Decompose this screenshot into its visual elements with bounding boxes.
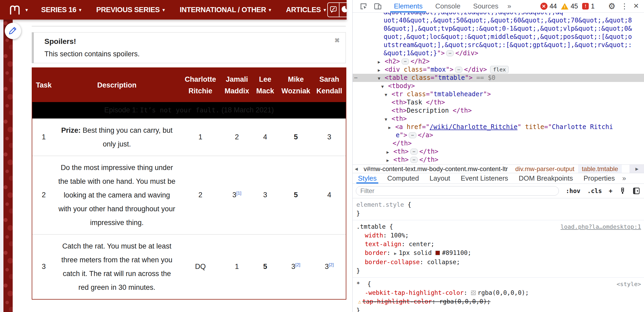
code-token: <tr: [392, 90, 407, 98]
css-property[interactable]: text-align: center;: [356, 240, 641, 249]
color-swatch[interactable]: [435, 251, 440, 255]
more-sidebar-tabs-icon[interactable]: »: [620, 174, 628, 182]
dom-node[interactable]: quot;,&quot;loc&quot;:&quot;middle&quot;…: [353, 33, 644, 41]
rule-selector[interactable]: element.style {: [356, 200, 641, 209]
dom-node-selected[interactable]: ⋯▼<table class="tmtable"> == $0: [353, 74, 644, 82]
sidebar-tab-layout[interactable]: Layout: [424, 173, 456, 183]
discuss-button[interactable]: [328, 3, 339, 17]
breadcrumb-item[interactable]: v#mw-content-text.mw-body-content.mw-con…: [360, 165, 512, 173]
dom-node[interactable]: ▼<tr class="tmtableheader">: [353, 90, 644, 98]
node-options-icon[interactable]: ⋯: [354, 74, 357, 82]
twisty-arrow-icon[interactable]: ▶: [378, 66, 385, 74]
sidebar-tab-styles[interactable]: Styles: [353, 173, 382, 183]
code-token: </th>: [419, 148, 438, 155]
taskmaster-logo[interactable]: ▾: [9, 4, 28, 15]
flex-badge[interactable]: flex: [490, 66, 509, 73]
expand-shorthand-icon[interactable]: ▶: [394, 251, 397, 256]
style-toggle-cls[interactable]: .cls: [587, 187, 602, 194]
twisty-arrow-icon[interactable]: ▶: [388, 123, 395, 131]
warning-icon[interactable]: !: [561, 3, 568, 10]
warning-count[interactable]: 45: [571, 2, 578, 10]
expand-ellipsis-button[interactable]: ⋯: [455, 67, 462, 73]
breadcrumb-item[interactable]: table.tmtable: [578, 165, 622, 173]
color-swatch[interactable]: [471, 291, 476, 295]
sidebar-tab-event-listeners[interactable]: Event Listeners: [456, 173, 513, 183]
sidebar-tab-computed[interactable]: Computed: [382, 173, 424, 183]
task-number-link[interactable]: 1: [32, 118, 55, 156]
dom-node[interactable]: <th>Description </th>: [353, 107, 644, 115]
styles-filter-input[interactable]: [356, 186, 559, 196]
stylesheet-source-link[interactable]: load.php?la…omdesktop:1: [560, 223, 641, 230]
more-tabs-icon[interactable]: »: [505, 2, 514, 10]
kebab-menu-icon[interactable]: ⋮: [621, 2, 628, 11]
code-token: href: [407, 123, 422, 131]
footnote-link[interactable]: [1]: [236, 191, 241, 196]
inspect-element-icon[interactable]: [360, 2, 367, 10]
task-number-link[interactable]: 2: [32, 156, 55, 234]
dom-node[interactable]: ▼<tbody>: [353, 82, 644, 90]
device-toolbar-icon[interactable]: [374, 2, 382, 10]
sidebar-tab-dom-breakpoints[interactable]: DOM Breakpoints: [513, 173, 578, 183]
close-icon[interactable]: ✖: [334, 37, 340, 44]
issues-count[interactable]: 1: [591, 2, 595, 10]
nav-menu-item[interactable]: SERIES 16 ▾: [41, 6, 82, 14]
dom-node[interactable]: ▶<a href="/wiki/Charlotte_Ritchie" title…: [353, 123, 644, 131]
dom-node[interactable]: &quot;10&quot;,&quot;20&quot;,&quot;30&q…: [353, 13, 644, 16]
style-toggle-[interactable]: +: [609, 187, 613, 194]
devtools-tab-console[interactable]: Console: [429, 0, 467, 12]
dom-node[interactable]: ▼<th>: [353, 115, 644, 123]
twisty-arrow-icon[interactable]: ▶: [387, 148, 393, 156]
dom-node[interactable]: ▶<div class="mbox">⋯</div>flex: [353, 66, 644, 74]
sidebar-tab-properties[interactable]: Properties: [578, 173, 620, 183]
dom-node[interactable]: ▶<h2>⋯</h2>: [353, 57, 644, 66]
twisty-arrow-icon[interactable]: ▼: [385, 91, 392, 98]
dom-node[interactable]: utstream&quot;],&quot;src&quot;:[&quot;g…: [353, 41, 644, 49]
rule-selector[interactable]: * {: [356, 280, 641, 288]
dom-node[interactable]: ▶<th>⋯</th>: [353, 156, 644, 164]
twisty-arrow-icon[interactable]: ▶: [387, 156, 393, 164]
expand-ellipsis-button[interactable]: ⋯: [410, 149, 418, 155]
dom-node[interactable]: &quot;1&quot;}">⋯</div>: [353, 49, 644, 57]
devtools-tab-elements[interactable]: Elements: [388, 0, 429, 12]
dom-node[interactable]: uot;40&quot;,&quot;50&quot;,&quot;60&quo…: [353, 16, 644, 25]
expand-ellipsis-button[interactable]: ⋯: [446, 50, 454, 56]
breadcrumb-back-icon[interactable]: ◀: [353, 167, 360, 171]
css-property[interactable]: border-collapse: collapse;: [356, 258, 641, 267]
rendering-brush-icon[interactable]: [619, 187, 626, 195]
expand-ellipsis-button[interactable]: ⋯: [410, 157, 418, 163]
dock-sidebar-icon[interactable]: [633, 187, 640, 195]
breadcrumb-item[interactable]: div.mw-parser-output: [512, 165, 578, 173]
nav-menu-item[interactable]: PREVIOUS SERIES ▾: [96, 6, 165, 14]
error-icon[interactable]: ✕: [540, 3, 548, 10]
footnote-link[interactable]: [2]: [329, 262, 334, 267]
css-property[interactable]: border: ▶1px solid #891100;: [356, 249, 641, 258]
devtools-close-icon[interactable]: ×: [633, 1, 639, 11]
expand-ellipsis-button[interactable]: ⋯: [402, 58, 409, 65]
twisty-arrow-icon[interactable]: ▼: [385, 115, 392, 123]
twisty-arrow-icon[interactable]: ▼: [381, 82, 388, 90]
expand-ellipsis-button[interactable]: ⋯: [409, 132, 416, 138]
dom-node[interactable]: 0&quot;],&quot;tvp&quot;:&quot;0-1&quot;…: [353, 25, 644, 33]
dom-node[interactable]: </th>: [353, 139, 644, 148]
dom-node[interactable]: <th>Task </th>: [353, 98, 644, 107]
style-toggle-hov[interactable]: :hov: [566, 187, 580, 194]
css-property[interactable]: width: 100%;: [356, 231, 641, 240]
twisty-arrow-icon[interactable]: ▶: [378, 58, 385, 66]
gear-icon[interactable]: ⚙: [608, 1, 615, 11]
footnote-link[interactable]: [2]: [295, 262, 300, 267]
breadcrumb-forward-zone[interactable]: ▶: [629, 165, 644, 173]
css-property[interactable]: -webkit-tap-highlight-color: rgba(0,0,0,…: [356, 288, 641, 297]
twisty-arrow-icon[interactable]: ▼: [378, 74, 385, 82]
task-number-link[interactable]: 3: [32, 234, 55, 299]
devtools-tab-sources[interactable]: Sources: [467, 0, 505, 12]
css-property[interactable]: ⚠tap-highlight-color: rgba(0,0,0,0);: [356, 297, 641, 306]
edit-pencil-fab[interactable]: [5, 23, 21, 39]
dark-mode-button[interactable]: [339, 3, 350, 17]
dom-node[interactable]: ▶<th>⋯</th>: [353, 148, 644, 156]
issues-icon[interactable]: !: [582, 3, 589, 10]
error-count[interactable]: 44: [550, 2, 557, 10]
dom-node[interactable]: e">⋯</a>: [353, 131, 644, 139]
nav-menu-item[interactable]: ARTICLES ▾: [286, 6, 326, 14]
table-row: 2 Do the most impressive thing under the…: [32, 156, 346, 234]
nav-menu-item[interactable]: INTERNATIONAL / OTHER ▾: [180, 6, 271, 14]
